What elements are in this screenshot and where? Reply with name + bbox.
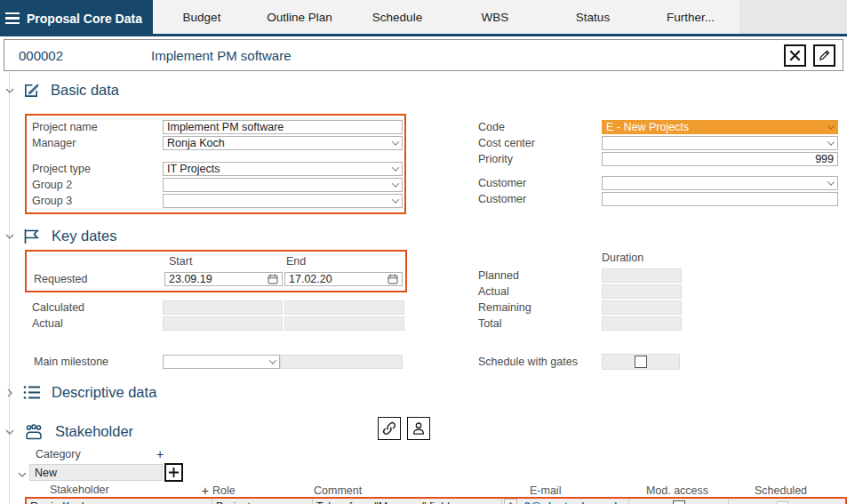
calculated-start-field xyxy=(163,300,283,315)
person-button[interactable] xyxy=(407,417,430,440)
close-icon xyxy=(788,49,802,62)
schedule-with-gates-checkbox[interactable] xyxy=(635,356,647,368)
group3-select[interactable] xyxy=(163,194,403,208)
edit-button[interactable] xyxy=(813,44,835,67)
key-dates-form: Start End Requested 23.09.19 17.02.20 xyxy=(25,250,847,332)
tab-label: Schedule xyxy=(372,11,422,24)
requested-start-input[interactable]: 23.09.19 xyxy=(164,272,283,286)
stakeholder-people-icon xyxy=(23,424,44,440)
tab-label: Outline Plan xyxy=(267,11,332,24)
expand-chevron-icon[interactable] xyxy=(4,388,16,397)
tab-label: Status xyxy=(576,11,610,24)
code-label: Code xyxy=(478,121,602,133)
actual-duration-field xyxy=(602,284,682,299)
chevron-down-icon xyxy=(827,178,835,185)
role-select[interactable]: Project manager xyxy=(212,499,313,504)
person-icon xyxy=(411,420,427,436)
customer2-input[interactable] xyxy=(602,192,838,206)
group2-select[interactable] xyxy=(163,178,403,192)
group-collapse-chevron-icon[interactable] xyxy=(18,465,27,481)
remaining-duration-field xyxy=(602,300,682,315)
tab-status[interactable]: Status xyxy=(544,0,642,34)
section-title: Key dates xyxy=(52,228,116,244)
tab-wbs[interactable]: WBS xyxy=(446,0,544,34)
hamburger-menu-icon[interactable] xyxy=(5,12,20,25)
schedule-with-gates-cell xyxy=(602,354,680,370)
manager-select[interactable]: Ronja Koch xyxy=(163,136,403,150)
basic-data-form: Project name Implement PM software Manag… xyxy=(25,114,847,214)
chevron-down-icon xyxy=(827,138,835,145)
calendar-icon[interactable] xyxy=(268,274,278,284)
collapse-chevron-icon[interactable] xyxy=(4,88,16,93)
tab-outline-plan[interactable]: Outline Plan xyxy=(251,0,348,34)
link-button[interactable] xyxy=(378,417,401,440)
code-select[interactable]: E - New Projects xyxy=(602,120,838,134)
section-title: Descriptive data xyxy=(52,384,156,401)
requested-end-input[interactable]: 17.02.20 xyxy=(284,272,403,286)
milestone-band: Main milestone Schedule with gates xyxy=(34,354,847,370)
main-milestone-label: Main milestone xyxy=(34,356,163,368)
schedule-with-gates-label: Schedule with gates xyxy=(478,356,602,368)
tab-label: Further... xyxy=(667,11,715,24)
actual-duration-label: Actual xyxy=(478,285,602,298)
project-type-select[interactable]: IT Projects xyxy=(163,162,403,176)
code-value: E - New Projects xyxy=(606,121,689,133)
duration-column-header: Duration xyxy=(602,252,643,264)
priority-label: Priority xyxy=(478,153,602,165)
close-panel-button[interactable] xyxy=(784,44,806,67)
tab-bar: Proposal Core Data Budget Outline Plan S… xyxy=(0,0,847,36)
mod-access-column-header: Mod. access xyxy=(627,484,727,497)
main-milestone-select[interactable] xyxy=(163,355,280,369)
chevron-down-icon xyxy=(392,138,399,145)
start-column-header: Start xyxy=(169,255,286,268)
email-link[interactable]: r8@planta-demo.de xyxy=(520,500,623,504)
key-dates-right: Duration Planned Actual Remaining Total xyxy=(478,251,682,332)
section-stakeholder: Stakeholder xyxy=(0,420,847,444)
customer2-label: Customer xyxy=(478,193,602,205)
group3-label: Group 3 xyxy=(32,195,163,207)
chevron-down-icon xyxy=(392,164,399,171)
category-value-field[interactable]: New xyxy=(29,464,163,481)
section-key-dates: Key dates xyxy=(0,225,847,247)
cost-center-select[interactable] xyxy=(602,136,838,150)
section-title: Basic data xyxy=(51,82,119,99)
comment-column-header: Comment xyxy=(311,484,500,497)
chevron-down-icon xyxy=(392,196,399,203)
add-row-button[interactable]: + xyxy=(202,484,209,498)
object-header: 000002 Implement PM software xyxy=(4,39,843,71)
section-descriptive-data: Descriptive data xyxy=(0,381,847,404)
stakeholder-select[interactable]: Ronja Koch xyxy=(27,499,212,504)
active-tab-label: Proposal Core Data xyxy=(27,12,142,26)
actual-label: Actual xyxy=(32,317,163,330)
category-label: Category xyxy=(36,448,156,460)
calculated-end-field xyxy=(284,300,404,315)
customer-select[interactable] xyxy=(602,176,838,190)
scheduled-column-header: Scheduled xyxy=(727,484,835,497)
add-category-button[interactable]: + xyxy=(156,447,164,461)
remaining-label: Remaining xyxy=(478,301,602,314)
add-stakeholder-button[interactable] xyxy=(164,463,183,482)
project-name-input[interactable]: Implement PM software xyxy=(163,120,403,134)
cost-center-label: Cost center xyxy=(478,137,602,149)
spinner-control[interactable] xyxy=(504,499,517,504)
requested-start-value: 23.09.19 xyxy=(169,273,212,285)
manager-value: Ronja Koch xyxy=(167,137,225,149)
tab-label: Budget xyxy=(183,11,221,24)
tab-budget[interactable]: Budget xyxy=(153,0,251,34)
tab-proposal-core-data[interactable]: Proposal Core Data xyxy=(0,0,153,36)
main-milestone-date-field xyxy=(280,355,403,369)
collapse-chevron-icon[interactable] xyxy=(4,429,16,435)
scheduled-checkbox[interactable] xyxy=(777,501,788,504)
mod-access-checkbox[interactable] xyxy=(673,500,685,504)
tab-schedule[interactable]: Schedule xyxy=(348,0,446,34)
comment-cell[interactable]: Taken from "Manager" field xyxy=(313,499,502,504)
collapse-chevron-icon[interactable] xyxy=(4,234,16,239)
total-duration-field xyxy=(602,316,682,331)
basic-data-icon xyxy=(23,82,40,99)
planned-duration-field xyxy=(602,268,682,283)
chevron-down-icon xyxy=(392,180,399,187)
calendar-icon[interactable] xyxy=(388,274,398,284)
tab-further[interactable]: Further... xyxy=(642,0,739,34)
key-dates-left: Start End Requested 23.09.19 17.02.20 xyxy=(25,250,407,332)
priority-input[interactable]: 999 xyxy=(602,152,838,166)
